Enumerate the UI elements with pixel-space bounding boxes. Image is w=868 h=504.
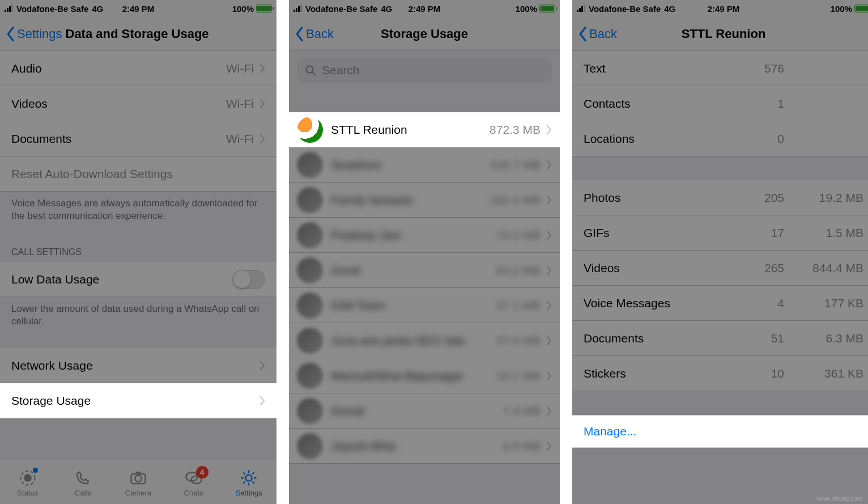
carrier-label: Vodafone-Be Safe xyxy=(305,4,377,14)
chevron-right-icon xyxy=(259,134,265,144)
stat-label: Voice Messages xyxy=(584,297,670,310)
back-button[interactable]: Back xyxy=(295,26,334,42)
chat-name: Family fantastic xyxy=(331,193,414,207)
back-button[interactable]: Back xyxy=(578,26,617,42)
chat-size: 7.4 MB xyxy=(503,404,541,418)
network-label: 4G xyxy=(92,4,103,14)
manage-button[interactable]: Manage... xyxy=(572,415,868,448)
row-network-usage[interactable]: Network Usage xyxy=(0,348,276,383)
stat-size: 361 KB xyxy=(795,367,863,380)
chat-size: 182.4 MB xyxy=(490,193,541,207)
stat-row-gifs: GIFs 17 1.5 MB xyxy=(572,215,868,251)
row-audio[interactable]: Audio Wi-Fi xyxy=(0,51,276,86)
chat-row[interactable]: Jayesh Bhai 6.9 MB xyxy=(289,429,560,464)
row-value: Wi-Fi xyxy=(226,97,254,111)
stat-label: Locations xyxy=(584,132,635,146)
stat-count: 10 xyxy=(750,367,784,380)
stat-row-contacts: Contacts 1 xyxy=(572,86,868,121)
chat-size: 6.9 MB xyxy=(503,439,541,453)
stat-row-voice-messages: Voice Messages 4 177 KB xyxy=(572,286,868,321)
nav-bar: Back Storage Usage xyxy=(289,17,560,51)
avatar xyxy=(297,257,323,283)
camera-icon xyxy=(129,468,148,488)
footer-note-lowdata: Lower the amount of data used during a W… xyxy=(0,297,276,338)
chat-row[interactable]: Pradeep Jani 74.2 MB xyxy=(289,218,560,253)
battery-percent: 100% xyxy=(516,4,537,14)
chevron-right-icon xyxy=(546,125,552,135)
chat-name: Juna ane janita SEO Vad.. xyxy=(331,334,470,348)
tab-status[interactable]: Status xyxy=(5,468,50,497)
chevron-right-icon xyxy=(546,300,552,311)
tab-chats[interactable]: 4 Chats xyxy=(171,468,216,497)
status-bar: Vodafone-Be Safe 4G 2:49 PM 100% xyxy=(0,0,276,17)
toggle-low-data[interactable] xyxy=(232,270,265,289)
chevron-right-icon xyxy=(259,99,265,109)
row-storage-usage[interactable]: Storage Usage xyxy=(0,383,276,418)
chat-name: STTL Reunion xyxy=(331,123,407,137)
stat-row-locations: Locations 0 xyxy=(572,121,868,156)
chat-row[interactable]: Komal 7.4 MB xyxy=(289,393,560,429)
svg-point-1 xyxy=(24,475,31,481)
nav-bar: Settings Data and Storage Usage xyxy=(0,17,276,51)
row-reset-auto-download[interactable]: Reset Auto-Download Settings xyxy=(0,156,276,192)
chat-row[interactable]: Juna ane janita SEO Vad.. 27.6 MB xyxy=(289,323,560,358)
chevron-right-icon xyxy=(546,230,552,240)
stat-count: 265 xyxy=(750,261,784,275)
stat-size: 1.5 MB xyxy=(795,226,863,240)
chat-row[interactable]: Goral 63.2 MB xyxy=(289,253,560,288)
row-videos[interactable]: Videos Wi-Fi xyxy=(0,86,276,121)
chevron-right-icon xyxy=(546,336,552,346)
stat-count: 4 xyxy=(750,297,784,310)
chat-row[interactable]: IOM Team 37.1 MB xyxy=(289,288,560,323)
stat-count: 205 xyxy=(750,191,784,205)
row-value: Wi-Fi xyxy=(226,62,254,75)
stat-count: 17 xyxy=(750,226,784,240)
row-documents[interactable]: Documents Wi-Fi xyxy=(0,121,276,156)
tab-settings[interactable]: Settings xyxy=(226,468,271,497)
avatar xyxy=(297,187,323,213)
row-label: Reset Auto-Download Settings xyxy=(11,167,173,181)
chat-row[interactable]: Family fantastic 182.4 MB xyxy=(289,183,560,218)
chat-size: 74.2 MB xyxy=(496,228,541,242)
chevron-right-icon xyxy=(546,406,552,416)
back-label: Settings xyxy=(17,27,62,41)
chevron-left-icon xyxy=(295,26,304,42)
svg-point-3 xyxy=(135,475,141,481)
screen-chat-storage-detail: Vodafone-Be Safe 4G 2:49 PM 100% Back ST… xyxy=(572,0,868,504)
status-bar: Vodafone-Be Safe 4G 2:49 PM 100% xyxy=(289,0,560,17)
row-label: Videos xyxy=(11,97,48,111)
stat-label: Contacts xyxy=(584,97,631,111)
tab-label: Settings xyxy=(236,489,262,497)
stat-size: 177 KB xyxy=(795,297,863,310)
chat-row[interactable]: STTL Reunion 872.3 MB xyxy=(289,112,560,147)
chevron-left-icon xyxy=(578,26,587,42)
tab-camera[interactable]: Camera xyxy=(116,468,161,497)
avatar xyxy=(297,398,323,424)
back-button[interactable]: Settings xyxy=(6,26,62,42)
row-low-data-usage[interactable]: Low Data Usage xyxy=(0,262,276,297)
screen-storage-usage: Vodafone-Be Safe 4G 2:49 PM 100% Back St… xyxy=(289,0,560,504)
tab-bar: Status Calls Camera 4 Chats Settings xyxy=(0,459,276,504)
chat-row[interactable]: Seashore 326.7 MB xyxy=(289,147,560,183)
status-icon xyxy=(18,468,37,488)
stat-count: 51 xyxy=(750,332,784,345)
chat-row[interactable]: Mansukhbhai-Bapunagar 10.1 MB xyxy=(289,358,560,393)
row-label: Audio xyxy=(11,62,42,75)
page-title: STTL Reunion xyxy=(682,27,766,41)
tab-calls[interactable]: Calls xyxy=(60,468,105,497)
chat-name: Pradeep Jani xyxy=(331,228,401,242)
stat-size: 19.2 MB xyxy=(795,191,863,205)
stat-row-stickers: Stickers 10 361 KB xyxy=(572,356,868,391)
signal-icon xyxy=(577,5,585,12)
screen-data-storage: Vodafone-Be Safe 4G 2:49 PM 100% Setting… xyxy=(0,0,276,504)
status-bar: Vodafone-Be Safe 4G 2:49 PM 100% xyxy=(572,0,868,17)
avatar xyxy=(297,363,323,389)
chat-name: Mansukhbhai-Bapunagar xyxy=(331,369,464,383)
footer-note-voice: Voice Messages are always automatically … xyxy=(0,192,276,232)
clock: 2:49 PM xyxy=(708,4,740,14)
chevron-left-icon xyxy=(6,26,15,42)
search-input[interactable]: Search xyxy=(297,58,552,83)
chat-size: 27.6 MB xyxy=(496,334,541,348)
row-value: Wi-Fi xyxy=(226,132,254,146)
stat-label: Photos xyxy=(584,191,620,205)
